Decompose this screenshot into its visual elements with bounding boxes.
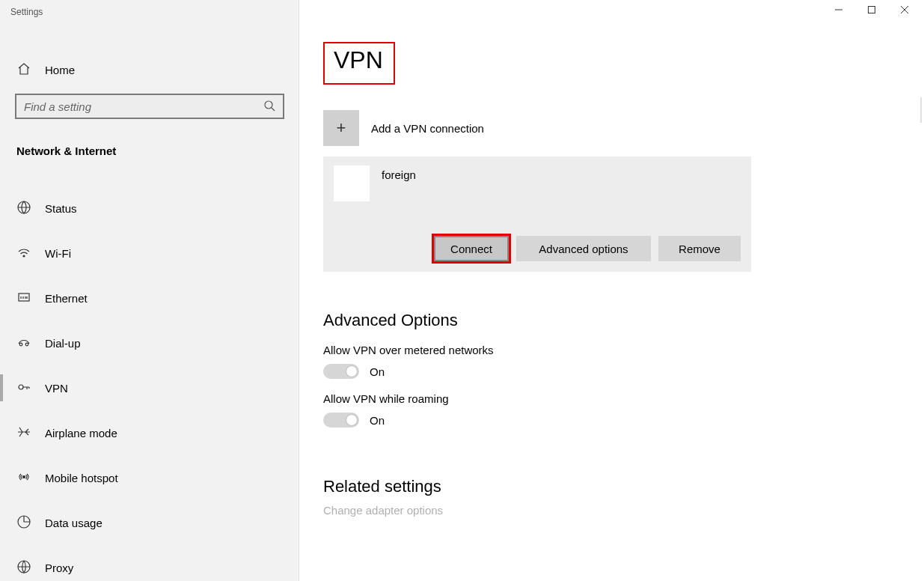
sidebar-item-label: Mobile hotspot — [45, 472, 118, 484]
roaming-label: Allow VPN while roaming — [323, 392, 909, 405]
sidebar-item-wifi[interactable]: Wi-Fi — [0, 231, 299, 276]
maximize-button[interactable] — [867, 4, 876, 16]
svg-rect-3 — [19, 293, 29, 301]
toggle-knob — [346, 366, 357, 377]
sidebar-item-label: VPN — [45, 382, 68, 395]
svg-point-7 — [23, 475, 25, 478]
vpn-icon — [16, 380, 31, 397]
search-field[interactable] — [15, 94, 284, 119]
sidebar-item-label: Data usage — [45, 517, 103, 529]
svg-point-4 — [19, 343, 22, 346]
sidebar-item-label: Airplane mode — [45, 427, 117, 439]
related-settings-title: Related settings — [323, 477, 909, 496]
add-vpn-connection[interactable]: + Add a VPN connection — [323, 110, 909, 146]
close-button[interactable] — [900, 4, 909, 16]
home-icon — [16, 61, 31, 79]
sidebar-item-proxy[interactable]: Proxy — [0, 545, 299, 581]
remove-button[interactable]: Remove — [658, 236, 741, 261]
dialup-icon — [16, 335, 31, 352]
roaming-state: On — [370, 414, 385, 427]
sidebar-item-hotspot[interactable]: Mobile hotspot — [0, 455, 299, 500]
metered-label: Allow VPN over metered networks — [323, 344, 909, 356]
sidebar-item-datausage[interactable]: Data usage — [0, 500, 299, 545]
connect-button[interactable]: Connect — [434, 236, 509, 261]
minimize-button[interactable] — [834, 4, 843, 16]
plus-icon: + — [323, 110, 359, 146]
sidebar-item-dialup[interactable]: Dial-up — [0, 320, 299, 365]
sidebar-item-label: Wi-Fi — [45, 247, 71, 260]
sidebar-nav: Status Wi-Fi Ethernet Dial-up — [0, 186, 299, 581]
advanced-options-button[interactable]: Advanced options — [516, 236, 651, 261]
main-panel: VPN + Add a VPN connection foreign Conne… — [299, 0, 924, 581]
scrollbar[interactable] — [920, 97, 922, 123]
globe-icon — [16, 200, 31, 217]
search-input[interactable] — [24, 100, 263, 113]
svg-point-0 — [265, 101, 272, 109]
svg-rect-10 — [869, 7, 875, 13]
datausage-icon — [16, 514, 31, 532]
sidebar-item-label: Status — [45, 202, 77, 215]
proxy-icon — [16, 559, 31, 577]
vpn-connection-name: foreign — [382, 168, 416, 181]
wifi-icon — [16, 245, 31, 262]
svg-point-6 — [19, 385, 23, 389]
hotspot-icon — [16, 469, 31, 487]
vpn-connection-icon — [334, 165, 370, 201]
add-vpn-label: Add a VPN connection — [371, 122, 484, 135]
sidebar-item-airplane[interactable]: Airplane mode — [0, 410, 299, 455]
selection-indicator — [0, 374, 3, 401]
metered-toggle[interactable] — [323, 364, 359, 379]
toggle-knob — [346, 415, 357, 425]
ethernet-icon — [16, 290, 31, 307]
svg-point-2 — [23, 255, 25, 257]
roaming-toggle[interactable] — [323, 413, 359, 428]
metered-state: On — [370, 365, 385, 378]
sidebar-item-status[interactable]: Status — [0, 186, 299, 231]
vpn-connection-card[interactable]: foreign Connect Advanced options Remove — [323, 156, 751, 272]
home-label: Home — [45, 64, 75, 76]
sidebar-item-label: Dial-up — [45, 337, 81, 350]
sidebar-category: Network & Internet — [0, 127, 299, 165]
search-icon — [263, 100, 275, 114]
sidebar-item-label: Ethernet — [45, 292, 88, 305]
sidebar-item-home[interactable]: Home — [0, 54, 299, 86]
sidebar-item-ethernet[interactable]: Ethernet — [0, 276, 299, 320]
window-controls — [834, 4, 920, 16]
window-title: Settings — [0, 0, 299, 24]
sidebar-item-label: Proxy — [45, 562, 73, 574]
advanced-options-title: Advanced Options — [323, 311, 909, 330]
airplane-icon — [16, 425, 31, 442]
svg-point-5 — [25, 343, 28, 346]
sidebar: Settings Home Network & Internet — [0, 0, 299, 581]
sidebar-item-vpn[interactable]: VPN — [0, 365, 299, 410]
page-title: VPN — [323, 42, 395, 85]
change-adapter-link[interactable]: Change adapter options — [323, 504, 909, 517]
